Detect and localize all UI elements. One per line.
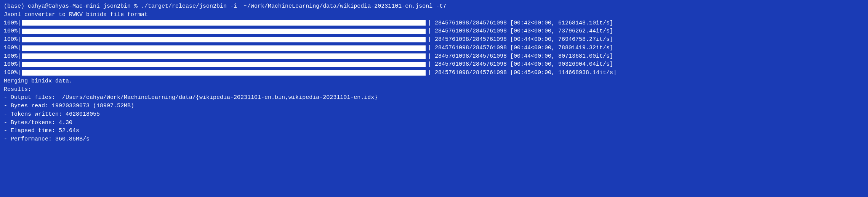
result-line-5: - Performance: 360.86MB/s	[4, 135, 864, 144]
progress-bar-container	[22, 62, 426, 67]
progress-stats: | 2845761098/2845761098 [00:44<00:00, 80…	[428, 52, 613, 61]
progress-stats: | 2845761098/2845761098 [00:44<00:00, 76…	[428, 36, 613, 44]
progress-row-4: 100%|| 2845761098/2845761098 [00:44<00:0…	[4, 52, 864, 61]
result-line-2: - Tokens written: 4628018055	[4, 110, 864, 119]
result-lines-container: - Output files: /Users/cahya/Work/Machin…	[4, 94, 864, 144]
progress-stats: | 2845761098/2845761098 [00:44<00:00, 78…	[428, 44, 613, 52]
progress-bar-container	[22, 37, 426, 42]
progress-row-1: 100%|| 2845761098/2845761098 [00:43<00:0…	[4, 27, 864, 36]
progress-row-2: 100%|| 2845761098/2845761098 [00:44<00:0…	[4, 36, 864, 44]
progress-bar-container	[22, 45, 426, 51]
result-line-3: - Bytes/tokens: 4.30	[4, 119, 864, 127]
result-line-4: - Elapsed time: 52.64s	[4, 127, 864, 135]
progress-label: 100%|	[4, 27, 21, 36]
progress-stats: | 2845761098/2845761098 [00:43<00:00, 73…	[428, 27, 613, 36]
merging-line: Merging binidx data.	[4, 77, 864, 86]
progress-bar-container	[22, 70, 426, 76]
progress-row-3: 100%|| 2845761098/2845761098 [00:44<00:0…	[4, 44, 864, 52]
progress-label: 100%|	[4, 44, 21, 52]
progress-label: 100%|	[4, 19, 21, 27]
prompt-line: (base) cahya@Cahyas-Mac-mini json2bin % …	[4, 2, 864, 11]
progress-bar-container	[22, 29, 426, 34]
terminal-window: (base) cahya@Cahyas-Mac-mini json2bin % …	[4, 2, 864, 144]
progress-row-0: 100%|| 2845761098/2845761098 [00:42<00:0…	[4, 19, 864, 27]
progress-label: 100%|	[4, 52, 21, 61]
progress-stats: | 2845761098/2845761098 [00:45<00:00, 11…	[428, 69, 617, 77]
progress-row-5: 100%|| 2845761098/2845761098 [00:44<00:0…	[4, 60, 864, 69]
progress-stats: | 2845761098/2845761098 [00:42<00:00, 61…	[428, 19, 613, 27]
converter-line: Jsonl converter to RWKV binidx file form…	[4, 11, 864, 19]
progress-rows-container: 100%|| 2845761098/2845761098 [00:42<00:0…	[4, 19, 864, 77]
progress-stats: | 2845761098/2845761098 [00:44<00:00, 90…	[428, 60, 613, 69]
results-header: Results:	[4, 86, 864, 94]
progress-bar-container	[22, 53, 426, 59]
result-line-1: - Bytes read: 19920339073 (18997.52MB)	[4, 102, 864, 110]
progress-label: 100%|	[4, 60, 21, 69]
progress-label: 100%|	[4, 69, 21, 77]
progress-row-6: 100%|| 2845761098/2845761098 [00:45<00:0…	[4, 69, 864, 77]
progress-label: 100%|	[4, 36, 21, 44]
result-line-0: - Output files: /Users/cahya/Work/Machin…	[4, 94, 864, 102]
progress-bar-container	[22, 20, 426, 26]
